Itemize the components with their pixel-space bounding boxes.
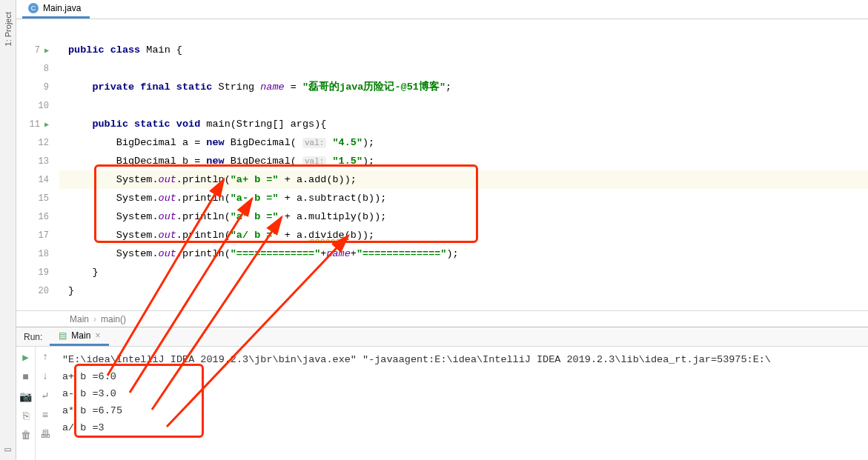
run-main-gutter-icon[interactable]: ▶ — [44, 120, 49, 129]
rerun-icon[interactable]: ▶ — [22, 351, 28, 364]
camera-icon[interactable]: 📷 — [19, 390, 32, 403]
print-icon[interactable]: 🖶 — [40, 429, 50, 441]
code-line-18: System.out.println("============="+name+… — [59, 244, 868, 263]
tool-window-bar-left: 1: Project ▭ — [0, 0, 16, 460]
run-title-label: Run: — [16, 332, 50, 342]
run-config-label: Main — [71, 330, 90, 341]
editor-tabs: C Main.java — [16, 0, 868, 19]
editor-tab-label: Main.java — [43, 3, 81, 13]
code-line-7: public class Main { — [59, 41, 868, 59]
run-config-tab[interactable]: ▤ Main × — [50, 327, 109, 346]
code-line-9: private final static String name = "磊哥的j… — [59, 78, 868, 96]
code-line-20: } — [59, 281, 868, 300]
main-area: C Main.java 7▶ 8 9 10 11▶ 12 13 14 15 16… — [16, 0, 868, 460]
run-tab-icon: ▤ — [59, 330, 67, 341]
exit-icon[interactable]: ⎘ — [23, 410, 29, 422]
softwrap-icon[interactable]: ⤶ — [41, 390, 50, 402]
console-cmd: "E:\idea\IntelliJ IDEA 2019.2.3\jbr\bin\… — [62, 354, 771, 365]
java-class-icon: C — [28, 3, 39, 13]
run-toolbar-left: ▶ ■ 📷 ⎘ 🗑 — [16, 347, 36, 460]
code-text[interactable]: public class Main { private final static… — [59, 19, 868, 310]
code-line-11: public static void main(String[] args){ — [59, 115, 868, 133]
code-line-12: BigDecimal a = new BigDecimal( val: "4.5… — [59, 133, 868, 152]
scroll-end-icon[interactable]: ≡ — [42, 410, 48, 421]
editor-gutter: 7▶ 8 9 10 11▶ 12 13 14 15 16 17 18 19 20 — [16, 19, 59, 310]
code-line-15: System.out.println("a- b =" + a.subtract… — [59, 189, 868, 207]
down-icon[interactable]: ↓ — [42, 370, 48, 382]
project-tool-tab[interactable]: 1: Project — [2, 7, 14, 50]
console-line-1: a+ b =6.0 — [62, 371, 116, 382]
breadcrumb-class[interactable]: Main — [70, 314, 89, 324]
run-class-gutter-icon[interactable]: ▶ — [44, 46, 49, 55]
code-editor[interactable]: 7▶ 8 9 10 11▶ 12 13 14 15 16 17 18 19 20… — [16, 19, 868, 310]
stop-icon[interactable]: ■ — [22, 371, 28, 383]
code-line-17: System.out.println("a/ b =" + a.divide(b… — [59, 226, 868, 244]
console-output[interactable]: "E:\idea\IntelliJ IDEA 2019.2.3\jbr\bin\… — [55, 347, 868, 460]
up-icon[interactable]: ↑ — [42, 351, 48, 363]
console-line-4: a/ b =3 — [62, 422, 105, 433]
code-line-19: } — [59, 263, 868, 281]
structure-icon[interactable]: ▭ — [4, 439, 10, 460]
breadcrumb-method[interactable]: main() — [101, 314, 126, 324]
code-line-14: System.out.println("a+ b =" + a.add(b)); — [59, 170, 868, 189]
console-line-2: a- b =3.0 — [62, 388, 116, 399]
code-line-16: System.out.println("a* b =" + a.multiply… — [59, 207, 868, 226]
editor-tab-main-java[interactable]: C Main.java — [22, 0, 90, 19]
run-header: Run: ▤ Main × — [16, 327, 868, 347]
run-tool-window: Run: ▤ Main × ▶ ■ 📷 ⎘ 🗑 ↑ ↓ ⤶ ≡ 🖶 " — [16, 327, 868, 460]
trash-icon[interactable]: 🗑 — [21, 430, 31, 441]
close-icon[interactable]: × — [95, 330, 100, 341]
console-line-3: a* b =6.75 — [62, 405, 122, 416]
code-line-13: BigDecimal b = new BigDecimal( val: "1.5… — [59, 152, 868, 170]
chevron-right-icon: › — [93, 314, 96, 324]
run-toolbar-left-2: ↑ ↓ ⤶ ≡ 🖶 — [36, 347, 55, 460]
breadcrumb[interactable]: Main › main() — [16, 310, 868, 327]
